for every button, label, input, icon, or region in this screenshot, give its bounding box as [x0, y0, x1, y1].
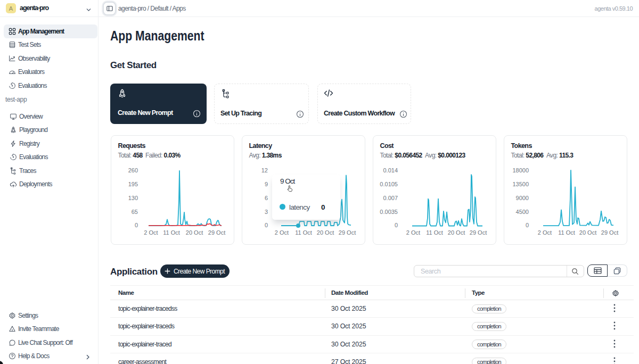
svg-text:18000: 18000 [512, 167, 529, 173]
svg-text:130: 130 [128, 195, 138, 201]
svg-text:13500: 13500 [512, 181, 529, 187]
svg-text:2 Oct: 2 Oct [275, 229, 289, 236]
svg-text:12: 12 [261, 167, 268, 173]
svg-text:20 Oct: 20 Oct [317, 229, 334, 236]
svg-text:11 Oct: 11 Oct [163, 229, 180, 236]
svg-text:0: 0 [135, 222, 138, 228]
svg-text:29 Oct: 29 Oct [601, 229, 618, 236]
svg-text:65: 65 [132, 209, 138, 215]
svg-text:11 Oct: 11 Oct [558, 229, 575, 236]
svg-text:29 Oct: 29 Oct [470, 229, 487, 236]
svg-text:0: 0 [526, 222, 529, 228]
svg-text:0: 0 [265, 222, 268, 228]
svg-text:3: 3 [265, 209, 268, 215]
svg-text:20 Oct: 20 Oct [186, 229, 203, 236]
svg-text:29 Oct: 29 Oct [208, 229, 225, 236]
svg-text:6: 6 [265, 195, 268, 201]
svg-text:260: 260 [128, 167, 138, 173]
svg-text:195: 195 [128, 181, 138, 187]
svg-text:11 Oct: 11 Oct [426, 229, 443, 236]
svg-text:0.0105: 0.0105 [380, 181, 398, 187]
svg-text:2 Oct: 2 Oct [406, 229, 420, 236]
svg-text:0.014: 0.014 [383, 167, 398, 173]
svg-text:0.0035: 0.0035 [380, 209, 398, 215]
svg-text:4500: 4500 [516, 209, 529, 215]
svg-text:9: 9 [265, 181, 268, 187]
svg-text:2 Oct: 2 Oct [538, 229, 552, 236]
svg-text:0: 0 [395, 222, 398, 228]
svg-text:29 Oct: 29 Oct [339, 229, 356, 236]
svg-text:2 Oct: 2 Oct [144, 229, 158, 236]
svg-text:0.007: 0.007 [383, 195, 398, 201]
svg-text:20 Oct: 20 Oct [448, 229, 465, 236]
svg-text:20 Oct: 20 Oct [579, 229, 596, 236]
svg-text:11 Oct: 11 Oct [295, 229, 312, 236]
svg-text:9000: 9000 [516, 195, 529, 201]
